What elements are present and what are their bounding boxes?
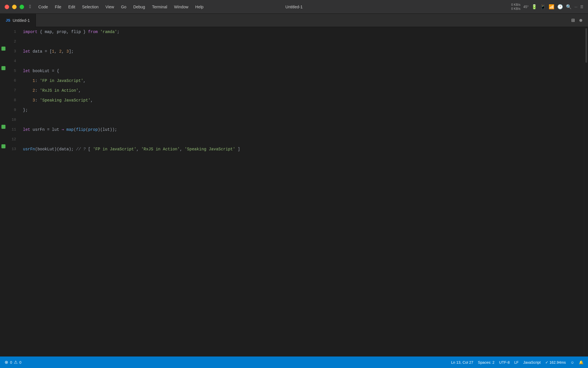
token: ; [117, 30, 119, 34]
line-gutter[interactable] [0, 47, 7, 51]
line-number: 9 [7, 105, 23, 115]
line-gutter[interactable] [0, 125, 7, 129]
token: 'FP in JavaScript' [93, 147, 136, 152]
error-count[interactable]: ⊗ 0 ⚠ 0 [5, 360, 21, 365]
error-number: 0 [10, 360, 12, 365]
menu-go[interactable]: Go [118, 3, 129, 10]
line-content: let usrFn = lut ⇒ map(flip(prop)(lut)); [23, 125, 584, 135]
menu-bar:  Code File Edit Selection View Go Debug… [29, 3, 206, 10]
token: , [180, 147, 185, 152]
code-line: 4 [0, 56, 584, 66]
token: import [23, 30, 37, 34]
token: ] [235, 147, 240, 152]
line-number: 5 [7, 66, 23, 76]
menu-file[interactable]: File [52, 3, 64, 10]
file-encoding[interactable]: UTF-8 [499, 360, 510, 365]
token: data = [ [30, 49, 52, 54]
menu-selection[interactable]: Selection [79, 3, 102, 10]
code-area[interactable]: 1import { map, prop, flip } from 'ramda'… [0, 27, 584, 356]
close-button[interactable] [5, 5, 9, 9]
spotlight-icon[interactable]: 🔍 [566, 4, 572, 9]
tab-actions: ⊞ [571, 17, 588, 24]
token: 'Speaking JavaScript' [40, 98, 90, 103]
cursor-position[interactable]: Ln 13, Col 27 [451, 360, 473, 365]
token: map [66, 127, 74, 132]
line-content: import { map, prop, flip } from 'ramda'; [23, 27, 584, 37]
system-status: 0 KB/s0 KB/s 45° 🔋 📱 📶 🕐 🔍 ··· ☰ [511, 3, 583, 10]
language-text: JavaScript [523, 360, 541, 365]
scrollbar[interactable] [584, 27, 588, 356]
title-bar:  Code File Edit Selection View Go Debug… [0, 0, 588, 14]
menu-debug[interactable]: Debug [130, 3, 148, 10]
token: 1 [23, 78, 35, 83]
line-number: 1 [7, 27, 23, 37]
line-content: let data = [1, 2, 3]; [23, 47, 584, 56]
wifi-icon: 📶 [549, 4, 554, 9]
token: { map, prop, flip } [37, 30, 88, 34]
line-number: 3 [7, 47, 23, 56]
minimize-button[interactable] [12, 5, 17, 9]
more-icon[interactable]: ··· [575, 5, 577, 9]
language-mode[interactable]: JavaScript [523, 360, 541, 365]
token: 'RxJS in Action' [141, 147, 180, 152]
token: bookLut = { [30, 69, 59, 73]
token: , [78, 88, 81, 93]
more-options-icon[interactable] [579, 19, 582, 22]
maximize-button[interactable] [20, 5, 24, 9]
indentation[interactable]: Spaces: 2 [478, 360, 494, 365]
token: }; [23, 108, 28, 112]
bell-icon: 🔔 [579, 360, 583, 365]
line-ending[interactable]: LF [514, 360, 519, 365]
tab-bar: JS Untitled-1 ⊞ [0, 14, 588, 27]
token: let [23, 127, 30, 132]
token: from [88, 30, 98, 34]
token: 'ramda' [100, 30, 117, 34]
status-right: Ln 13, Col 27 Spaces: 2 UTF-8 LF JavaScr… [451, 360, 583, 365]
menu-help[interactable]: Help [192, 3, 206, 10]
token: 'Speaking JavaScript' [185, 147, 235, 152]
token: ⇒ [61, 127, 64, 132]
menu-view[interactable]: View [102, 3, 117, 10]
token: : [35, 78, 40, 83]
line-number: 11 [7, 125, 23, 135]
token: 'RxJS in Action' [40, 88, 78, 93]
active-tab[interactable]: JS Untitled-1 [0, 14, 36, 27]
token: [ [88, 147, 93, 152]
line-content: let bookLut = { [23, 66, 584, 76]
timing[interactable]: ✓ 162.94ms [545, 360, 566, 365]
line-gutter[interactable] [0, 66, 7, 70]
token: 'FP in JavaScript' [40, 78, 83, 83]
token: // ? [76, 147, 88, 152]
window-title: Untitled-1 [285, 5, 303, 9]
token [98, 30, 100, 34]
code-line: 13usrFn(bookLut)(data); // ? [ 'FP in Ja… [0, 144, 584, 154]
menu-window[interactable]: Window [171, 3, 191, 10]
feedback-icon[interactable]: ☺ [570, 360, 574, 365]
list-icon[interactable]: ☰ [580, 5, 583, 9]
line-number: 6 [7, 76, 23, 86]
timing-text: ✓ 162.94ms [545, 360, 566, 365]
breakpoint-indicator [1, 144, 5, 148]
token: )(lut)); [98, 127, 117, 132]
menu-code[interactable]: Code [36, 3, 51, 10]
token: usrFn [23, 147, 35, 152]
menu-terminal[interactable]: Terminal [149, 3, 170, 10]
token: usrFn = lut [30, 127, 61, 132]
split-editor-icon[interactable]: ⊞ [571, 17, 575, 24]
line-content: 3: 'Speaking JavaScript', [23, 95, 584, 105]
code-line: 1import { map, prop, flip } from 'ramda'… [0, 27, 584, 37]
token: , [136, 147, 141, 152]
notification-icon[interactable]: 🔔 [579, 360, 583, 365]
clock-icon: 🕐 [557, 4, 563, 9]
token: 3 [66, 49, 69, 54]
line-number: 10 [7, 115, 23, 125]
apple-icon[interactable]:  [29, 4, 32, 9]
scrollbar-thumb[interactable] [585, 28, 587, 63]
token: let [23, 69, 30, 73]
line-gutter[interactable] [0, 144, 7, 148]
menu-edit[interactable]: Edit [65, 3, 78, 10]
code-line: 3let data = [1, 2, 3]; [0, 47, 584, 56]
line-number: 13 [7, 144, 23, 154]
token: , [83, 78, 86, 83]
breakpoint-indicator [1, 125, 5, 129]
